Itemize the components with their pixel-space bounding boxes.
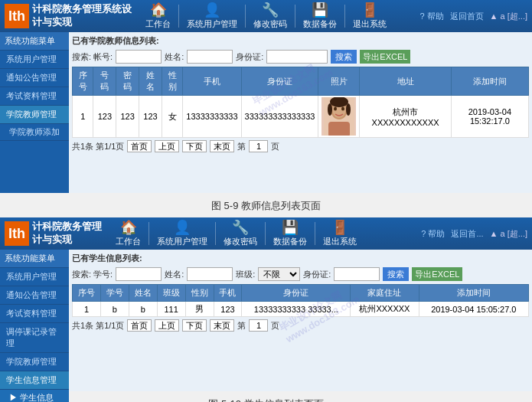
search-sid-input[interactable] [334, 267, 380, 281]
back-link[interactable]: 返回首页 [450, 11, 484, 22]
panel-teacher: Ith 计科院教务管理系统设 计与实现 🏠 工作台 👤 系统用户管理 🔧 修改密… [0, 0, 532, 193]
search-name-input[interactable] [187, 50, 233, 64]
btn-next-teacher[interactable]: 下页 [182, 140, 207, 152]
search-button-teacher[interactable]: 搜索 [331, 50, 357, 64]
page-input-teacher[interactable] [249, 140, 268, 152]
logo-icon-2: Ith [5, 221, 29, 246]
btn-last-student[interactable]: 末页 [210, 319, 234, 332]
sidebar-schedule-mgmt[interactable]: 调停课记录管理 [0, 323, 69, 353]
sidebar-student-mgmt[interactable]: 学生信息管理 [0, 371, 69, 390]
nav-backup-2[interactable]: 💾 数据备份 [267, 219, 313, 249]
nav-change-pwd-2[interactable]: 🔧 修改密码 [217, 219, 263, 249]
td-addtime: 2019-03-04 15:32:17.0 [451, 96, 528, 138]
search-snum-label: 搜索: 学号: [72, 269, 113, 280]
sidebar-exam-mgmt[interactable]: 考试资料管理 [0, 87, 69, 106]
nav-logout-2[interactable]: 🚪 退出系统 [317, 219, 363, 249]
header-right-2: ? 帮助 返回首... ▲ a [超...] [421, 228, 527, 240]
sth-snum: 学号 [100, 285, 129, 302]
figure-caption-1: 图 5-9 教师信息列表页面 [0, 194, 532, 216]
logout-icon-2: 🚪 [331, 221, 348, 234]
content-teacher: 已有学院教师信息列表: 搜索: 帐号: 姓名: 身份证: 搜索 导出EXCEL … [69, 32, 532, 193]
search-bar-student: 搜索: 学号: 姓名: 班级: 不限 身份证: 搜索 导出EXCEL [72, 267, 529, 281]
photo-image [321, 97, 356, 136]
sidebar-notice-mgmt[interactable]: 通知公告管理 [0, 69, 69, 87]
btn-prev-student[interactable]: 上页 [155, 319, 179, 332]
td-name: 123 [139, 96, 162, 138]
nav-backup[interactable]: 💾 数据备份 [297, 2, 343, 31]
change-pwd-icon: 🔧 [262, 3, 279, 17]
search-name-label: 姓名: [165, 51, 184, 63]
page-label2-teacher: 页 [271, 141, 279, 152]
btn-next-student[interactable]: 下页 [182, 319, 207, 332]
nav-workbench-2[interactable]: 🏠 工作台 [109, 219, 147, 249]
nav-sep-2 [245, 5, 246, 28]
content-student: 已有学生信息列表: 搜索: 学号: 姓名: 班级: 不限 身份证: 搜索 导出E… [69, 250, 532, 391]
workbench-icon-2: 🏠 [120, 221, 137, 234]
sidebar-section-1[interactable]: 系统功能菜单 [0, 32, 69, 51]
search-sid-label: 身份证: [303, 269, 331, 280]
student-table-header-row: 序号 学号 姓名 班级 性别 手机 身份证 家庭住址 添加时间 [73, 285, 529, 302]
sidebar-student-add[interactable]: ▶ 学生信息添加 [0, 390, 69, 402]
search-num-input[interactable] [116, 50, 162, 64]
user-badge-2: ▲ a [超...] [490, 228, 527, 240]
nav-sep-5 [149, 222, 149, 245]
search-id-input[interactable] [266, 50, 328, 64]
backup-icon-2: 💾 [282, 221, 299, 234]
backup-icon: 💾 [312, 3, 328, 17]
nav-sep-1 [178, 5, 179, 28]
help-link-2[interactable]: ? 帮助 [421, 228, 445, 240]
sidebar-teacher-mgmt-2[interactable]: 学院教师管理 [0, 353, 69, 371]
logout-icon: 🚪 [361, 3, 378, 17]
header-title-2: 计科院教务管理 计与实现 [32, 221, 102, 247]
help-link[interactable]: ? 帮助 [419, 11, 443, 22]
th-address: 地址 [360, 67, 451, 96]
nav-user-mgmt[interactable]: 👤 系统用户管理 [181, 2, 243, 31]
student-table-row: 1 b b 111 男 123 13333333333 33333... 杭州X… [73, 302, 529, 317]
sidebar-teacher-add[interactable]: 学院教师添加 [0, 124, 69, 141]
search-class-select[interactable]: 不限 [258, 267, 300, 281]
page-label2-student: 页 [271, 320, 279, 332]
header-bar-1: Ith 计科院教务管理系统设 计与实现 🏠 工作台 👤 系统用户管理 🔧 修改密… [0, 0, 532, 32]
search-button-student[interactable]: 搜索 [383, 267, 409, 281]
user-mgmt-icon: 👤 [204, 3, 220, 17]
sidebar-exam-mgmt-2[interactable]: 考试资料管理 [0, 305, 69, 323]
btn-first-teacher[interactable]: 首页 [127, 140, 152, 152]
sidebar-section-2[interactable]: 系统功能菜单 [0, 250, 69, 268]
search-snum-input[interactable] [116, 267, 162, 281]
sidebar-user-mgmt[interactable]: 系统用户管理 [0, 51, 69, 69]
search-sname-label: 姓名: [165, 269, 184, 280]
export-button-teacher[interactable]: 导出EXCEL [360, 50, 410, 64]
page-input-student[interactable] [249, 319, 268, 332]
sth-idcard: 身份证 [242, 285, 351, 302]
page-label-student: 第 [237, 320, 246, 332]
th-addtime: 添加时间 [451, 67, 528, 96]
export-button-student[interactable]: 导出EXCEL [412, 267, 462, 281]
nav-workbench[interactable]: 🏠 工作台 [139, 2, 177, 31]
nav-user-mgmt-2[interactable]: 👤 系统用户管理 [151, 219, 214, 249]
back-link-2[interactable]: 返回首... [451, 228, 483, 240]
th-phone: 手机 [183, 67, 241, 96]
btn-last-teacher[interactable]: 末页 [210, 140, 234, 152]
figure-caption-2: 图 5-10 学生信息列表页面 [0, 393, 532, 402]
nav-change-pwd[interactable]: 🔧 修改密码 [247, 2, 293, 31]
nav-logout[interactable]: 🚪 退出系统 [347, 2, 393, 31]
sth-address: 家庭住址 [351, 285, 419, 302]
btn-first-student[interactable]: 首页 [127, 319, 152, 332]
nav-sep-7 [265, 222, 266, 245]
sidebar-teacher-mgmt[interactable]: 学院教师管理 [0, 106, 69, 124]
header-bar-2: Ith 计科院教务管理 计与实现 🏠 工作台 👤 系统用户管理 🔧 修改密码 [0, 217, 532, 250]
th-seq: 序号 [73, 67, 93, 96]
th-photo: 照片 [318, 67, 360, 96]
search-sname-input[interactable] [187, 267, 233, 281]
th-num: 号码 [93, 67, 116, 96]
sidebar-1: 系统功能菜单 系统用户管理 通知公告管理 考试资料管理 学院教师管理 学院教师添… [0, 32, 69, 193]
btn-prev-teacher[interactable]: 上页 [155, 140, 179, 152]
nav-toolbar-2: 🏠 工作台 👤 系统用户管理 🔧 修改密码 💾 数据备份 🚪 退出系统 [109, 219, 421, 249]
page-info-teacher: 共1条 第1/1页 [72, 141, 124, 152]
th-name: 姓名 [139, 67, 162, 96]
nav-sep-4 [344, 5, 345, 28]
sidebar-user-mgmt-2[interactable]: 系统用户管理 [0, 268, 69, 286]
sidebar-notice-mgmt-2[interactable]: 通知公告管理 [0, 286, 69, 305]
change-pwd-icon-2: 🔧 [232, 221, 249, 234]
page-info-student: 共1条 第1/1页 [72, 320, 124, 332]
